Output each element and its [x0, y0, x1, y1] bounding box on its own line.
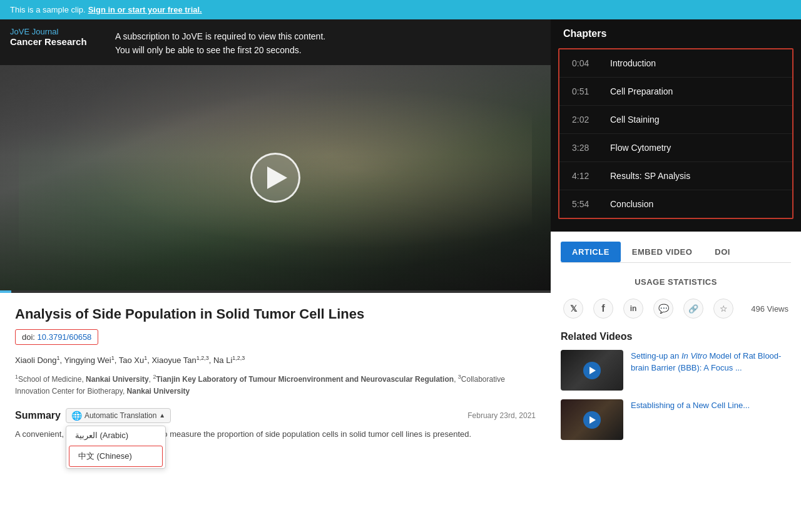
journal-name: Cancer Research: [10, 36, 110, 47]
bookmark-button[interactable]: ☆: [713, 299, 733, 319]
related-video-info-1: Setting-up an In Vitro Model of Rat Bloo…: [631, 350, 791, 391]
sub-msg-line2: You will only be able to see the first 2…: [115, 43, 536, 57]
subscription-message: A subscription to JoVE is required to vi…: [110, 27, 541, 60]
chapter-name: Cell Staining: [610, 115, 660, 125]
summary-header: Summary 🌐 Automatic Translation ▲ العربي…: [15, 408, 536, 423]
chapter-item-results[interactable]: 4:12 Results: SP Analysis: [559, 162, 792, 190]
article-tab-row: ARTICLE EMBED VIDEO DOI: [561, 242, 791, 263]
chapter-time: 5:54: [572, 199, 600, 209]
facebook-share-button[interactable]: f: [593, 299, 613, 319]
chapter-name: Cell Preparation: [610, 86, 673, 96]
tab-usage-statistics[interactable]: USAGE STATISTICS: [622, 273, 730, 291]
related-video-info-2: Establishing of a New Cell Line...: [631, 399, 791, 440]
authors: Xiaoli Dong1, Yingying Wei1, Tao Xu1, Xi…: [15, 354, 536, 366]
related-video-thumb-2[interactable]: [561, 399, 623, 440]
chapter-time: 0:51: [572, 86, 600, 96]
related-videos-heading: Related Videos: [561, 331, 791, 342]
play-icon: [589, 416, 596, 424]
chapter-name: Flow Cytometry: [610, 143, 671, 153]
play-button[interactable]: [250, 153, 300, 203]
right-bottom-section: ARTICLE EMBED VIDEO DOI USAGE STATISTICS…: [551, 232, 801, 531]
chapter-item-cell-preparation[interactable]: 0:51 Cell Preparation: [559, 78, 792, 106]
copy-link-button[interactable]: 🔗: [683, 299, 703, 319]
facebook-icon: f: [601, 303, 605, 314]
doi-label: doi:: [22, 332, 35, 342]
translation-dropdown[interactable]: 🌐 Automatic Translation ▲ العربية (Arabi…: [66, 408, 171, 423]
chapter-item-introduction[interactable]: 0:04 Introduction: [559, 49, 792, 78]
play-icon: [589, 367, 596, 374]
twitter-icon: 𝕏: [570, 304, 577, 314]
article-date: February 23rd, 2021: [467, 411, 536, 420]
video-player[interactable]: [0, 65, 551, 290]
related-video-1: Setting-up an In Vitro Model of Rat Bloo…: [561, 350, 791, 391]
language-dropdown-menu: العربية (Arabic) 中文 (Chinese): [66, 426, 166, 469]
video-background: [0, 65, 551, 290]
authors-text: Xiaoli Dong1, Yingying Wei1, Tao Xu1, Xi…: [15, 356, 245, 365]
doi-box: doi: 10.3791/60658: [15, 329, 98, 345]
wechat-icon: 💬: [658, 304, 669, 314]
views-count: 496 Views: [751, 304, 788, 314]
main-layout: JoVE Journal Cancer Research A subscript…: [0, 19, 801, 531]
social-share-row: 𝕏 f in 💬 🔗 ☆ 496 Views: [561, 299, 791, 319]
translation-button[interactable]: 🌐 Automatic Translation ▲: [66, 408, 171, 423]
chapter-item-cell-staining[interactable]: 2:02 Cell Staining: [559, 106, 792, 134]
related-video-thumb-1[interactable]: [561, 350, 623, 391]
chapter-item-flow-cytometry[interactable]: 3:28 Flow Cytometry: [559, 134, 792, 162]
jove-logo-area: JoVE Journal Cancer Research: [10, 27, 110, 47]
summary-label: Summary: [15, 410, 61, 421]
play-icon: [267, 166, 287, 189]
chevron-up-icon: ▲: [159, 412, 165, 419]
chapter-name: Results: SP Analysis: [610, 171, 690, 181]
linkedin-icon: in: [630, 304, 637, 313]
translation-icon: 🌐: [71, 411, 82, 421]
chapter-name: Conclusion: [610, 199, 653, 209]
video-controls: [0, 290, 551, 293]
article-title: Analysis of Side Population in Solid Tum…: [15, 305, 536, 324]
article-section: Analysis of Side Population in Solid Tum…: [0, 293, 551, 454]
chapter-time: 2:02: [572, 115, 600, 125]
affiliations: 1School of Medicine, Nankai University, …: [15, 372, 536, 397]
translation-label: Automatic Translation: [84, 411, 156, 420]
related-video-title-1[interactable]: Setting-up an In Vitro Model of Rat Bloo…: [631, 351, 781, 372]
star-icon: ☆: [720, 304, 728, 314]
tab-article[interactable]: ARTICLE: [561, 242, 621, 262]
usage-stats-row: USAGE STATISTICS: [561, 273, 791, 291]
video-header: JoVE Journal Cancer Research A subscript…: [0, 19, 551, 65]
chapter-time: 4:12: [572, 171, 600, 181]
jove-journal-link[interactable]: JoVE Journal: [10, 27, 110, 36]
chapter-time: 3:28: [572, 143, 600, 153]
language-option-arabic[interactable]: العربية (Arabic): [66, 426, 165, 444]
progress-fill: [0, 290, 11, 293]
language-option-chinese[interactable]: 中文 (Chinese): [69, 446, 163, 467]
tab-doi[interactable]: DOI: [703, 242, 742, 262]
video-section: JoVE Journal Cancer Research A subscript…: [0, 19, 551, 293]
progress-bar[interactable]: [0, 290, 551, 293]
related-play-button-1[interactable]: [583, 362, 601, 379]
sub-msg-line1: A subscription to JoVE is required to vi…: [115, 29, 536, 43]
top-banner: This is a sample clip. Sign in or start …: [0, 0, 801, 19]
link-icon: 🔗: [688, 304, 698, 314]
related-play-button-2[interactable]: [583, 411, 601, 429]
twitter-share-button[interactable]: 𝕏: [563, 299, 583, 319]
chapters-list: 0:04 Introduction 0:51 Cell Preparation …: [558, 48, 793, 219]
banner-link[interactable]: Sign in or start your free trial.: [88, 5, 202, 14]
linkedin-share-button[interactable]: in: [623, 299, 643, 319]
content-area: JoVE Journal Cancer Research A subscript…: [0, 19, 551, 531]
tab-embed-video[interactable]: EMBED VIDEO: [621, 242, 704, 262]
chapter-name: Introduction: [610, 58, 656, 68]
doi-link[interactable]: 10.3791/60658: [38, 332, 92, 342]
chapter-time: 0:04: [572, 58, 600, 68]
right-sidebar: Chapters 0:04 Introduction 0:51 Cell Pre…: [551, 19, 801, 531]
wechat-share-button[interactable]: 💬: [653, 299, 673, 319]
chapter-item-conclusion[interactable]: 5:54 Conclusion: [559, 190, 792, 218]
related-video-2: Establishing of a New Cell Line...: [561, 399, 791, 440]
banner-text: This is a sample clip.: [10, 5, 86, 14]
related-video-title-2[interactable]: Establishing of a New Cell Line...: [631, 401, 750, 410]
chapters-header: Chapters: [551, 19, 801, 46]
chapters-section: Chapters 0:04 Introduction 0:51 Cell Pre…: [551, 19, 801, 232]
